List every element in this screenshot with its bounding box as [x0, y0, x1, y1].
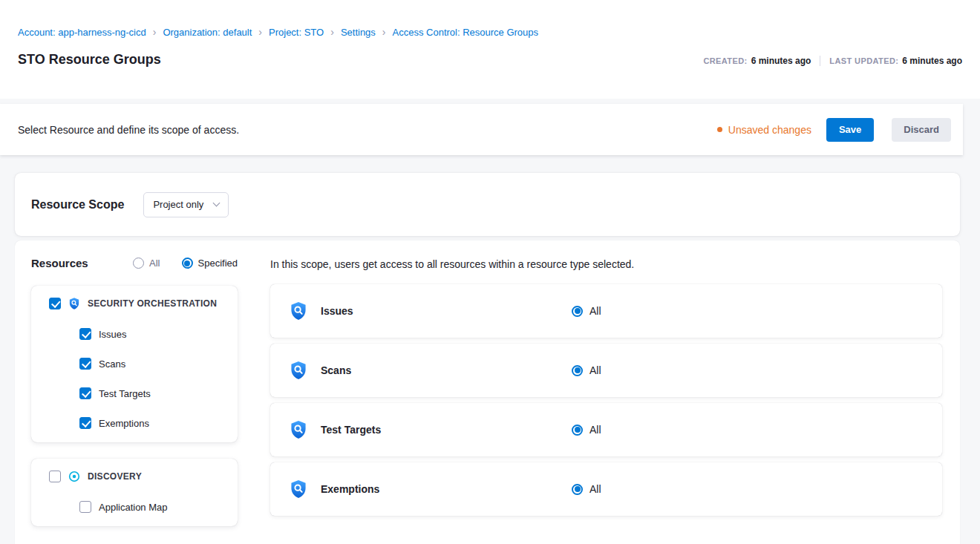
resource-row-label: Test Targets: [321, 424, 572, 436]
resource-group-discovery: DISCOVERY Application Map: [31, 459, 238, 526]
resource-row-label: Issues: [321, 305, 572, 317]
toolbar-description: Select Resource and define its scope of …: [18, 124, 239, 136]
resources-section: Resources All Specified SECURITY ORCHEST…: [15, 240, 960, 544]
sto-shield-icon: [288, 301, 309, 321]
breadcrumb-link-project[interactable]: Project: STO: [269, 27, 324, 38]
unsaved-changes-status: Unsaved changes: [717, 124, 811, 136]
item-label: Application Map: [99, 502, 168, 513]
item-label: Test Targets: [99, 388, 151, 399]
row-access-label[interactable]: All: [589, 483, 601, 495]
resource-scope-card: Resource Scope Project only: [15, 173, 960, 236]
page-title: STO Resource Groups: [18, 52, 161, 68]
radio-row-all[interactable]: [572, 306, 583, 317]
row-access-label[interactable]: All: [589, 424, 601, 436]
group-header: DISCOVERY: [49, 470, 226, 483]
chevron-right-icon: ›: [258, 27, 262, 37]
checkbox-discovery[interactable]: [49, 471, 61, 482]
row-access-label[interactable]: All: [589, 364, 601, 376]
sto-shield-icon: [288, 419, 309, 440]
save-button[interactable]: Save: [826, 118, 874, 142]
scope-dropdown-value: Project only: [153, 199, 203, 210]
discard-button[interactable]: Discard: [892, 118, 951, 142]
page-header: Account: app-harness-ng-cicd › Organizat…: [0, 0, 980, 99]
resource-item-application-map: Application Map: [79, 501, 226, 513]
updated-label: LAST UPDATED:: [829, 56, 898, 65]
group-label: SECURITY ORCHESTRATION: [88, 298, 217, 309]
checkbox-security-orchestration[interactable]: [49, 298, 61, 309]
row-access-label[interactable]: All: [589, 305, 601, 317]
resource-row-issues: Issues All: [270, 284, 942, 338]
resource-item-scans: Scans: [79, 358, 226, 370]
breadcrumb: Account: app-harness-ng-cicd › Organizat…: [18, 27, 962, 38]
resources-panel: Resources All Specified SECURITY ORCHEST…: [31, 257, 238, 544]
radio-row-all[interactable]: [572, 365, 583, 376]
resource-scope-title: Resource Scope: [31, 198, 124, 212]
resources-filter: All Specified: [133, 258, 238, 269]
group-label: DISCOVERY: [88, 471, 142, 482]
resource-item-issues: Issues: [79, 328, 226, 340]
resource-item-exemptions: Exemptions: [79, 417, 226, 429]
checkbox-test-targets[interactable]: [79, 387, 91, 399]
breadcrumb-link-organization[interactable]: Organization: default: [163, 27, 252, 38]
actions-toolbar: Select Resource and define its scope of …: [0, 104, 963, 155]
scope-dropdown[interactable]: Project only: [143, 192, 229, 217]
scope-detail: In this scope, users get access to all r…: [270, 257, 942, 544]
checkbox-scans[interactable]: [79, 358, 91, 370]
scope-description: In this scope, users get access to all r…: [270, 258, 942, 271]
discovery-icon: [68, 470, 81, 483]
item-label: Scans: [99, 358, 125, 370]
resource-row-test-targets: Test Targets All: [270, 403, 942, 456]
resource-row-label: Exemptions: [321, 483, 572, 495]
row-access-control: All: [572, 424, 601, 436]
breadcrumb-link-settings[interactable]: Settings: [341, 27, 376, 38]
radio-specified-label[interactable]: Specified: [198, 258, 238, 269]
sto-shield-icon: [68, 297, 81, 310]
row-access-control: All: [572, 305, 601, 317]
breadcrumb-link-resource-groups[interactable]: Access Control: Resource Groups: [393, 27, 539, 38]
row-access-control: All: [572, 483, 601, 495]
chevron-right-icon: ›: [153, 27, 157, 37]
resource-row-exemptions: Exemptions All: [270, 462, 942, 516]
resource-item-test-targets: Test Targets: [79, 387, 226, 399]
timestamps: CREATED: 6 minutes ago LAST UPDATED: 6 m…: [703, 56, 962, 68]
created-value: 6 minutes ago: [751, 56, 811, 66]
radio-all[interactable]: [133, 258, 144, 269]
resource-row-scans: Scans All: [270, 344, 942, 397]
created-label: CREATED:: [703, 56, 747, 65]
meta-divider: [820, 56, 820, 66]
sto-shield-icon: [288, 360, 309, 381]
unsaved-dot-icon: [717, 127, 722, 132]
item-label: Issues: [99, 329, 127, 340]
chevron-right-icon: ›: [330, 27, 334, 37]
chevron-right-icon: ›: [382, 27, 386, 37]
row-access-control: All: [572, 364, 601, 376]
checkbox-exemptions[interactable]: [79, 417, 91, 429]
radio-specified[interactable]: [182, 258, 193, 269]
checkbox-issues[interactable]: [79, 328, 91, 340]
chevron-down-icon: [213, 200, 220, 207]
group-header: SECURITY ORCHESTRATION: [49, 297, 226, 310]
resources-title: Resources: [31, 257, 88, 269]
updated-value: 6 minutes ago: [902, 56, 962, 66]
sto-shield-icon: [288, 479, 309, 499]
item-label: Exemptions: [99, 418, 149, 429]
content-area: Resource Scope Project only Resources Al…: [0, 155, 980, 544]
checkbox-application-map[interactable]: [79, 501, 91, 513]
radio-all-label[interactable]: All: [149, 258, 160, 269]
resource-group-security-orchestration: SECURITY ORCHESTRATION Issues Scans Test…: [31, 286, 238, 442]
radio-row-all[interactable]: [572, 425, 583, 436]
breadcrumb-link-account[interactable]: Account: app-harness-ng-cicd: [18, 27, 146, 38]
resource-row-label: Scans: [321, 364, 572, 376]
radio-row-all[interactable]: [572, 484, 583, 495]
unsaved-changes-label: Unsaved changes: [728, 124, 811, 136]
resources-panel-header: Resources All Specified: [31, 257, 238, 269]
